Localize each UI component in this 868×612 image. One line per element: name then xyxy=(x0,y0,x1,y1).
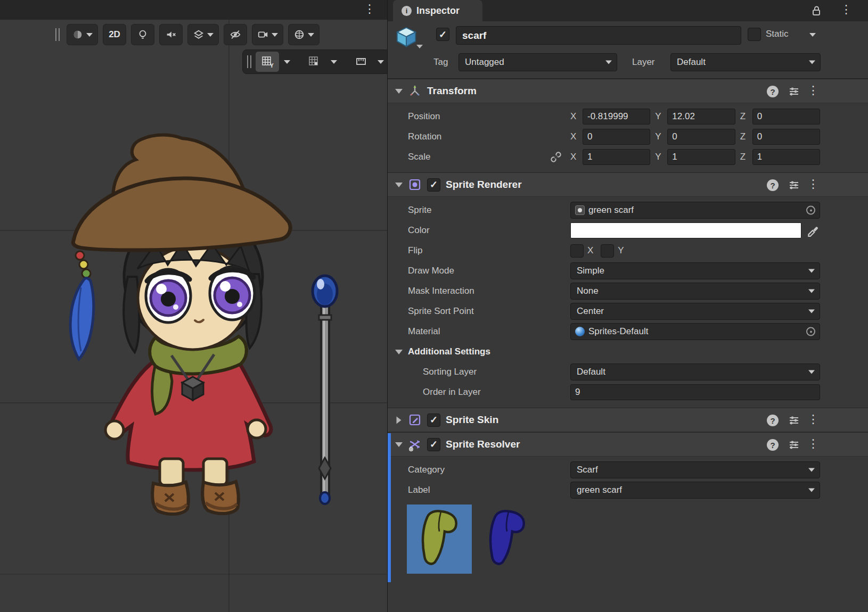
additional-settings-label: Additional Settings xyxy=(408,346,490,357)
sort-point-dropdown[interactable]: Center xyxy=(570,303,820,320)
toolbar-drag-handle[interactable] xyxy=(55,28,60,41)
gameobject-foldout[interactable] xyxy=(416,45,423,48)
help-icon[interactable]: ? xyxy=(767,86,779,97)
draw-mode-dropdown[interactable]: Simple xyxy=(570,262,820,279)
toolbar-drag-handle[interactable] xyxy=(247,55,251,68)
character-sprite-canvas xyxy=(0,0,387,612)
presets-icon[interactable] xyxy=(788,86,800,100)
category-dropdown[interactable]: Scarf xyxy=(570,461,820,478)
sprite-resolver-header[interactable]: Sprite Resolver ? ⋮ xyxy=(388,432,868,457)
presets-icon[interactable] xyxy=(788,179,800,193)
object-picker-icon[interactable] xyxy=(806,327,815,336)
sprite-renderer-header[interactable]: Sprite Renderer ? ⋮ xyxy=(388,172,868,197)
scene-effects-button[interactable] xyxy=(187,24,219,45)
help-icon[interactable]: ? xyxy=(767,439,779,451)
label-dropdown[interactable]: green scarf xyxy=(570,482,820,499)
material-sphere-icon xyxy=(575,327,585,336)
flip-y-checkbox[interactable] xyxy=(601,244,614,258)
sprite-skin-enabled-checkbox[interactable] xyxy=(427,413,440,427)
order-in-layer-field[interactable]: 9 xyxy=(570,384,820,400)
mask-interaction-dropdown[interactable]: None xyxy=(570,283,820,300)
rotation-label: Rotation xyxy=(408,131,441,142)
additional-settings-foldout[interactable] xyxy=(395,350,403,354)
position-z-field[interactable]: 0 xyxy=(752,109,820,125)
eyedropper-icon[interactable] xyxy=(806,224,819,239)
object-name-field[interactable]: scarf xyxy=(456,26,741,45)
transform-header[interactable]: Transform ? ⋮ xyxy=(388,79,868,103)
scene-toolbar: 2D xyxy=(55,23,320,46)
sorting-layer-dropdown[interactable]: Default xyxy=(570,363,820,381)
active-checkbox[interactable] xyxy=(436,28,449,41)
static-label: Static xyxy=(766,29,789,39)
scale-label: Scale xyxy=(408,152,431,162)
sprite-object-field[interactable]: green scarf xyxy=(570,202,820,219)
green-scarf-thumbnail[interactable] xyxy=(407,505,472,574)
position-x-field[interactable]: -0.819999 xyxy=(583,109,650,125)
object-picker-icon[interactable] xyxy=(806,206,815,215)
lock-icon[interactable] xyxy=(810,5,822,19)
scene-camera-button[interactable] xyxy=(252,24,283,45)
scene-audio-button[interactable] xyxy=(159,24,183,45)
sprite-resolver-enabled-checkbox[interactable] xyxy=(427,438,440,451)
static-checkbox[interactable] xyxy=(748,28,761,41)
z-axis-label: Z xyxy=(740,111,748,122)
grid-axis-button[interactable]: Y xyxy=(256,52,279,72)
unlink-scale-icon[interactable] xyxy=(550,151,562,165)
scale-row: Scale X1 Y1 Z1 xyxy=(388,147,868,167)
sprite-renderer-enabled-checkbox[interactable] xyxy=(427,178,440,192)
y-axis-label: Y xyxy=(655,131,662,142)
snap-increment-button[interactable] xyxy=(349,52,373,72)
sprite-resolver-foldout[interactable] xyxy=(395,442,403,447)
tag-dropdown[interactable]: Untagged xyxy=(458,53,617,71)
component-kebab-icon[interactable]: ⋮ xyxy=(807,413,819,425)
hidden-objects-button[interactable] xyxy=(224,24,247,45)
snap-increment-dropdown[interactable] xyxy=(375,52,387,72)
scene-view[interactable]: ⋮ xyxy=(0,0,387,612)
layer-label: Layer xyxy=(632,57,655,68)
scale-y-field[interactable]: 1 xyxy=(667,149,735,165)
sprite-renderer-foldout[interactable] xyxy=(395,183,403,187)
toggle-2d-button[interactable]: 2D xyxy=(103,24,126,45)
rotation-y-field[interactable]: 0 xyxy=(667,129,735,145)
grid-snap-dropdown[interactable] xyxy=(328,52,340,72)
presets-icon[interactable] xyxy=(788,415,800,428)
component-kebab-icon[interactable]: ⋮ xyxy=(807,178,819,190)
scale-z-field[interactable]: 1 xyxy=(752,149,820,165)
component-title: Sprite Renderer xyxy=(446,179,522,191)
additional-settings-row[interactable]: Additional Settings xyxy=(388,342,868,362)
component-kebab-icon[interactable]: ⋮ xyxy=(807,85,819,96)
svg-text:Y: Y xyxy=(270,63,274,68)
transform-body: Position X-0.819999 Y12.02 Z0 Rotation X… xyxy=(388,103,868,172)
sort-point-row: Sprite Sort Point Center xyxy=(388,301,868,321)
component-title: Sprite Skin xyxy=(446,414,498,426)
presets-icon[interactable] xyxy=(788,439,800,453)
rotation-x-field[interactable]: 0 xyxy=(583,129,650,145)
scene-lighting-button[interactable] xyxy=(131,24,154,45)
transform-foldout[interactable] xyxy=(395,89,403,94)
blue-scarf-thumbnail[interactable] xyxy=(474,505,539,574)
flip-x-checkbox[interactable] xyxy=(570,244,584,258)
grid-snap-button[interactable] xyxy=(302,52,326,72)
grid-axis-dropdown[interactable] xyxy=(281,52,293,72)
component-kebab-icon[interactable]: ⋮ xyxy=(807,438,819,450)
static-dropdown-arrow[interactable] xyxy=(809,33,816,37)
sprite-skin-foldout[interactable] xyxy=(397,416,402,424)
gizmos-button[interactable] xyxy=(288,24,320,45)
position-y-field[interactable]: 12.02 xyxy=(667,109,735,125)
category-value: Scarf xyxy=(577,465,598,475)
layer-dropdown[interactable]: Default xyxy=(670,53,821,71)
color-row: Color xyxy=(388,220,868,241)
material-object-field[interactable]: Sprites-Default xyxy=(570,323,820,340)
scale-x-field[interactable]: 1 xyxy=(583,149,650,165)
color-swatch[interactable] xyxy=(570,222,801,238)
inspector-menu-kebab-icon[interactable]: ⋮ xyxy=(840,4,852,15)
rotation-z-field[interactable]: 0 xyxy=(752,129,820,145)
unity-editor-window: ⋮ xyxy=(0,0,868,612)
transform-icon xyxy=(408,84,422,98)
sprite-skin-header[interactable]: Sprite Skin ? ⋮ xyxy=(388,408,868,432)
help-icon[interactable]: ? xyxy=(767,415,779,426)
tab-inspector[interactable]: i Inspector xyxy=(393,0,482,21)
chevron-down-icon xyxy=(808,489,815,492)
draw-mode-button[interactable] xyxy=(67,24,98,45)
help-icon[interactable]: ? xyxy=(767,179,779,191)
